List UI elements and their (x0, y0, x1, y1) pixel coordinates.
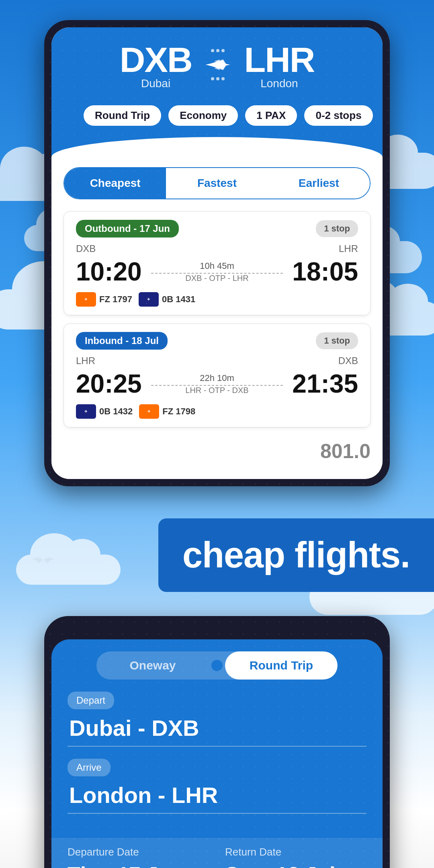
outbound-route-middle: 10h 45m DXB - OTP - LHR (142, 261, 293, 283)
inbound-times-row: 20:25 22h 10m LHR - OTP - DXB 21:35 (76, 369, 358, 399)
partial-price: 801.0 (63, 436, 371, 467)
cheap-flights-banner: cheap flights. (158, 518, 434, 592)
sort-tabs: Cheapest Fastest Earliest (63, 167, 371, 199)
outbound-stops: 1 stop (316, 220, 358, 237)
departure-date-label: Departure Date (68, 846, 209, 858)
cheap-flights-section: cheap flights. (0, 494, 434, 608)
top-phone-device: DXB Dubai (44, 20, 390, 486)
round-trip-option[interactable]: Round Trip (225, 651, 338, 680)
inbound-airline1-code: 0B 1432 (99, 406, 133, 417)
outbound-flight-card[interactable]: Outbound - 17 Jun 1 stop DXB LHR 10:20 (63, 211, 371, 315)
bottom-phone-device: Oneway Round Trip Depart Dubai - DXB (44, 616, 390, 868)
inbound-airline2: ✈ FZ 1798 (139, 404, 195, 419)
inbound-route-middle: 22h 10m LHR - OTP - DXB (142, 373, 293, 395)
notch-area (51, 623, 383, 639)
tab-cheapest[interactable]: Cheapest (64, 168, 166, 199)
inbound-segment-header: Inbound - 18 Jul 1 stop (76, 332, 358, 350)
flight-header: DXB Dubai (51, 27, 383, 137)
inbound-airlines: ✈ 0B 1432 ✈ FZ 1798 (76, 404, 358, 419)
dates-row: Departure Date Thu, 17 Jun Return Date S… (51, 838, 383, 868)
outbound-duration: 10h 45m (148, 261, 287, 271)
cheap-flights-text: cheap flights. (182, 535, 410, 575)
tab-earliest[interactable]: Earliest (268, 168, 370, 199)
airports-row: DXB Dubai (68, 39, 366, 98)
inbound-badge: Inbound - 18 Jul (76, 332, 168, 350)
inbound-to-code: DXB (338, 355, 358, 366)
passengers-pill[interactable]: 1 PAX (245, 105, 297, 126)
outbound-airline2: ✈ 0B 1431 (139, 292, 195, 307)
inbound-airline1-logo: ✈ (76, 404, 96, 419)
inbound-airline1: ✈ 0B 1432 (76, 404, 133, 419)
inbound-airports-codes: LHR DXB (76, 355, 358, 366)
outbound-airports-codes: DXB LHR (76, 243, 358, 254)
outbound-to-code: LHR (339, 243, 358, 254)
trip-type-pill[interactable]: Round Trip (84, 105, 161, 126)
inbound-depart-time: 20:25 (76, 369, 142, 399)
bottom-phone-screen: Oneway Round Trip Depart Dubai - DXB (51, 639, 383, 868)
oneway-option[interactable]: Oneway (96, 651, 209, 680)
outbound-arrive-time: 18:05 (292, 257, 358, 287)
arrive-divider (68, 813, 366, 814)
stops-pill[interactable]: 0-2 stops (304, 105, 373, 126)
inbound-route-path: LHR - OTP - DXB (148, 386, 287, 395)
outbound-airline2-logo: ✈ (139, 292, 159, 307)
return-date-value: Sun, 18 Jul (225, 862, 366, 868)
cabin-pill[interactable]: Economy (168, 105, 238, 126)
inbound-stops: 1 stop (316, 332, 358, 349)
origin-code: DXB (120, 39, 192, 80)
outbound-airline1-code: FZ 1797 (99, 294, 132, 305)
arrive-city-value: London - LHR (68, 782, 366, 808)
tab-fastest[interactable]: Fastest (166, 168, 268, 199)
top-phone-screen: DXB Dubai (51, 27, 383, 479)
outbound-depart-time: 10:20 (76, 257, 142, 287)
outbound-segment: Outbound - 17 Jun 1 stop DXB LHR 10:20 (64, 212, 370, 315)
wave-separator (51, 137, 383, 157)
plane-icon-area (204, 49, 232, 80)
plane-icon (204, 55, 232, 75)
departure-date-value: Thu, 17 Jun (68, 862, 209, 868)
outbound-airline2-code: 0B 1431 (162, 294, 195, 305)
dest-code: LHR (244, 39, 314, 80)
outbound-airlines: ✈ FZ 1797 ✈ 0B 1431 (76, 292, 358, 307)
outbound-airline1-logo: ✈ (76, 292, 96, 307)
arrive-field[interactable]: Arrive London - LHR (68, 759, 366, 814)
return-date-label: Return Date (225, 846, 366, 858)
depart-city-value: Dubai - DXB (68, 715, 366, 741)
depart-label: Depart (68, 692, 114, 709)
outbound-segment-header: Outbound - 17 Jun 1 stop (76, 220, 358, 237)
inbound-arrive-time: 21:35 (292, 369, 358, 399)
depart-divider (68, 746, 366, 747)
svg-point-0 (223, 63, 226, 66)
inbound-flight-card[interactable]: Inbound - 18 Jul 1 stop LHR DXB 20:25 (63, 323, 371, 428)
arrive-label: Arrive (68, 759, 111, 776)
trip-toggle-row: Oneway Round Trip (51, 639, 383, 688)
trip-toggle: Oneway Round Trip (96, 651, 338, 680)
outbound-badge: Outbound - 17 Jun (76, 220, 179, 237)
outbound-from-code: DXB (76, 243, 96, 254)
inbound-segment: Inbound - 18 Jul 1 stop LHR DXB 20:25 (64, 324, 370, 427)
outbound-times-row: 10:20 10h 45m DXB - OTP - LHR 18:05 (76, 257, 358, 287)
outbound-airline1: ✈ FZ 1797 (76, 292, 132, 307)
inbound-from-code: LHR (76, 355, 95, 366)
inbound-airline2-code: FZ 1798 (162, 406, 195, 417)
filter-pills: Round Trip Economy 1 PAX 0-2 stops (68, 98, 366, 137)
return-date-col[interactable]: Return Date Sun, 18 Jul (225, 846, 366, 868)
inbound-duration: 22h 10m (148, 373, 287, 383)
outbound-route-path: DXB - OTP - LHR (148, 274, 287, 283)
inbound-airline2-logo: ✈ (139, 404, 159, 419)
flights-container: Outbound - 17 Jun 1 stop DXB LHR 10:20 (51, 207, 383, 479)
depart-field[interactable]: Depart Dubai - DXB (68, 692, 366, 747)
search-form: Depart Dubai - DXB Arrive London - LHR (51, 688, 383, 838)
departure-date-col[interactable]: Departure Date Thu, 17 Jun (68, 846, 209, 868)
toggle-indicator (211, 660, 223, 671)
